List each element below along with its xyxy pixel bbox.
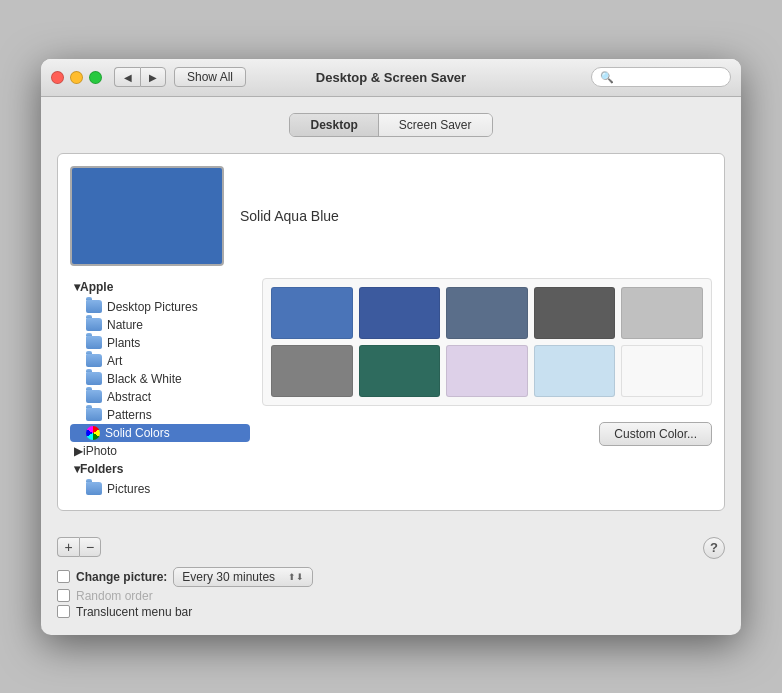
sidebar-item-patterns[interactable]: Patterns [70, 406, 250, 424]
color-swatch-6[interactable] [359, 345, 441, 397]
browser-area: ▾Apple Desktop Pictures Nature Plants [70, 278, 712, 498]
folder-icon [86, 318, 102, 331]
sidebar-item-solid-colors[interactable]: Solid Colors [70, 424, 250, 442]
folder-icon [86, 390, 102, 403]
content-area: Desktop Screen Saver Solid Aqua Blue ▾Ap… [41, 97, 741, 527]
sidebar-item-black-white[interactable]: Black & White [70, 370, 250, 388]
folder-icon [86, 408, 102, 421]
preview-label: Solid Aqua Blue [240, 208, 339, 224]
color-swatch-4[interactable] [621, 287, 703, 339]
remove-button[interactable]: − [79, 537, 101, 557]
tab-desktop[interactable]: Desktop [290, 114, 378, 136]
dropdown-value: Every 30 minutes [182, 570, 275, 584]
search-input[interactable] [618, 70, 722, 84]
chevron-down-icon: ⬆⬇ [288, 572, 304, 582]
folder-icon [86, 354, 102, 367]
sidebar: ▾Apple Desktop Pictures Nature Plants [70, 278, 250, 498]
change-picture-checkbox[interactable] [57, 570, 70, 583]
preview-row: Solid Aqua Blue [70, 166, 712, 266]
color-swatch-1[interactable] [359, 287, 441, 339]
iphoto-label: ▶iPhoto [74, 444, 117, 458]
random-order-checkbox[interactable] [57, 589, 70, 602]
folder-icon [86, 482, 102, 495]
random-order-row: Random order [57, 589, 313, 603]
bottom-controls: + − Change picture: Every 30 minutes ⬆⬇ … [57, 537, 313, 619]
back-button[interactable]: ◀ [114, 67, 140, 87]
sidebar-item-abstract[interactable]: Abstract [70, 388, 250, 406]
maximize-button[interactable] [89, 71, 102, 84]
color-swatch-2[interactable] [446, 287, 528, 339]
change-picture-label: Change picture: [76, 570, 167, 584]
forward-button[interactable]: ▶ [140, 67, 166, 87]
change-picture-dropdown[interactable]: Every 30 minutes ⬆⬇ [173, 567, 313, 587]
search-icon: 🔍 [600, 71, 614, 84]
sidebar-item-label: Plants [107, 336, 140, 350]
folders-section-label: ▾Folders [70, 460, 250, 478]
color-swatch-3[interactable] [534, 287, 616, 339]
sidebar-item-art[interactable]: Art [70, 352, 250, 370]
help-button[interactable]: ? [703, 537, 725, 559]
titlebar: ◀ ▶ Show All Desktop & Screen Saver 🔍 [41, 59, 741, 97]
sidebar-item-pictures[interactable]: Pictures [70, 480, 250, 498]
main-panel: Solid Aqua Blue ▾Apple Desktop Pictures … [57, 153, 725, 511]
color-swatch-5[interactable] [271, 345, 353, 397]
nav-buttons: ◀ ▶ [114, 67, 166, 87]
preview-thumbnail [70, 166, 224, 266]
sidebar-item-label: Solid Colors [105, 426, 170, 440]
change-picture-row: Change picture: Every 30 minutes ⬆⬇ [57, 567, 313, 587]
sidebar-item-nature[interactable]: Nature [70, 316, 250, 334]
color-swatch-7[interactable] [446, 345, 528, 397]
tab-group: Desktop Screen Saver [289, 113, 492, 137]
sidebar-item-label: Art [107, 354, 122, 368]
traffic-lights [51, 71, 102, 84]
sidebar-item-label: Desktop Pictures [107, 300, 198, 314]
color-grid [262, 278, 712, 406]
main-window: ◀ ▶ Show All Desktop & Screen Saver 🔍 De… [41, 59, 741, 635]
sidebar-item-iphoto[interactable]: ▶iPhoto [70, 442, 250, 460]
sidebar-item-label: Nature [107, 318, 143, 332]
sidebar-item-desktop-pictures[interactable]: Desktop Pictures [70, 298, 250, 316]
search-box[interactable]: 🔍 [591, 67, 731, 87]
add-remove-btns: + − [57, 537, 313, 557]
random-order-label: Random order [76, 589, 153, 603]
sidebar-item-label: Pictures [107, 482, 150, 496]
sidebar-item-label: Black & White [107, 372, 182, 386]
grid-area: Custom Color... [262, 278, 712, 498]
add-button[interactable]: + [57, 537, 79, 557]
folder-icon [86, 300, 102, 313]
color-swatch-9[interactable] [621, 345, 703, 397]
solid-colors-icon [86, 426, 100, 440]
show-all-button[interactable]: Show All [174, 67, 246, 87]
apple-section-label: ▾Apple [70, 278, 250, 296]
tab-screen-saver[interactable]: Screen Saver [379, 114, 492, 136]
color-swatch-8[interactable] [534, 345, 616, 397]
custom-color-button[interactable]: Custom Color... [599, 422, 712, 446]
minimize-button[interactable] [70, 71, 83, 84]
close-button[interactable] [51, 71, 64, 84]
translucent-menu-checkbox[interactable] [57, 605, 70, 618]
bottom-bar: + − Change picture: Every 30 minutes ⬆⬇ … [41, 527, 741, 635]
translucent-menu-label: Translucent menu bar [76, 605, 192, 619]
translucent-menu-row: Translucent menu bar [57, 605, 313, 619]
window-title: Desktop & Screen Saver [316, 70, 466, 85]
tabs-container: Desktop Screen Saver [57, 113, 725, 137]
sidebar-item-plants[interactable]: Plants [70, 334, 250, 352]
sidebar-item-label: Patterns [107, 408, 152, 422]
sidebar-item-label: Abstract [107, 390, 151, 404]
folder-icon [86, 336, 102, 349]
folder-icon [86, 372, 102, 385]
color-swatch-0[interactable] [271, 287, 353, 339]
